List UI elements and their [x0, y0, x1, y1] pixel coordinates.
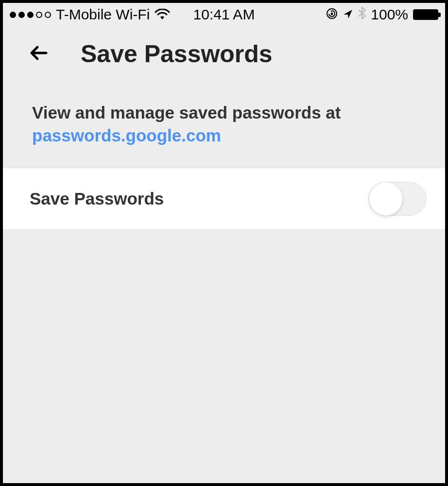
carrier-label: T-Mobile Wi-Fi [56, 6, 150, 23]
status-left: T-Mobile Wi-Fi [10, 6, 170, 23]
wifi-icon [155, 9, 170, 20]
battery-icon [413, 9, 438, 20]
location-arrow-icon [343, 6, 353, 23]
toggle-knob [369, 182, 403, 216]
description-text: View and manage saved passwords at passw… [3, 77, 445, 168]
save-passwords-row: Save Passwords [3, 168, 445, 230]
signal-strength-icon [10, 12, 51, 18]
page-title: Save Passwords [81, 40, 273, 68]
svg-rect-1 [331, 13, 333, 15]
description-prefix: View and manage saved passwords at [32, 103, 341, 122]
battery-percentage: 100% [371, 6, 408, 23]
bluetooth-icon [358, 6, 366, 23]
status-bar: T-Mobile Wi-Fi 10:41 AM [3, 3, 445, 26]
save-passwords-toggle[interactable] [368, 182, 427, 216]
rotation-lock-icon [326, 6, 338, 23]
status-right: 100% [326, 6, 438, 23]
app-header: Save Passwords [3, 26, 445, 77]
arrow-left-icon [28, 41, 51, 67]
save-passwords-label: Save Passwords [30, 189, 164, 208]
passwords-link[interactable]: passwords.google.com [32, 126, 221, 145]
status-time: 10:41 AM [193, 6, 255, 23]
back-button[interactable] [27, 42, 52, 66]
